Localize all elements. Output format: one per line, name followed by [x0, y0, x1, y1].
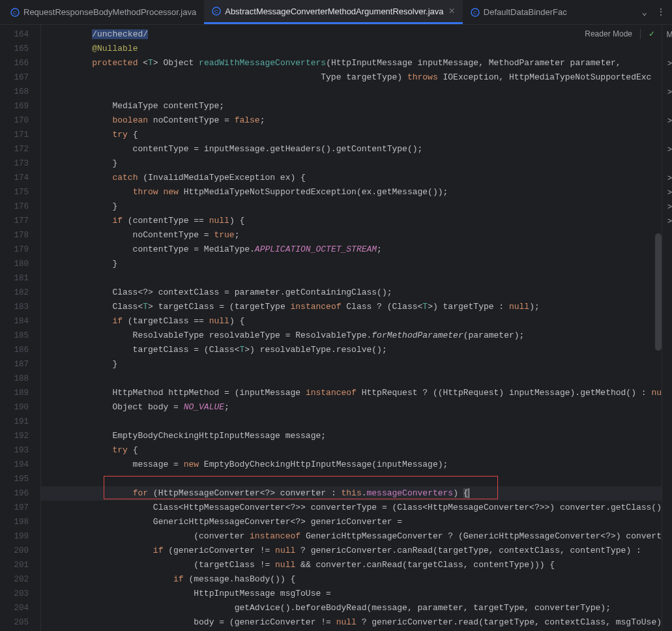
line-number: 198 [0, 515, 29, 529]
code-line[interactable]: try { [41, 128, 662, 142]
code-line[interactable]: HttpInputMessage msgToUse = [41, 587, 662, 601]
tab-file-1[interactable]: C RequestResponseBodyMethodProcessor.jav… [3, 0, 204, 24]
code-line[interactable]: EmptyBodyCheckingHttpInputMessage messag… [41, 429, 662, 443]
line-number: 178 [0, 228, 29, 242]
line-number: 166 [0, 56, 29, 70]
code-line[interactable]: HttpMethod httpMethod = (inputMessage in… [41, 386, 662, 400]
code-line[interactable]: (targetClass != null && converter.canRea… [41, 558, 662, 572]
code-line[interactable]: noContentType = true; [41, 228, 662, 242]
code-line[interactable]: Type targetType) throws IOException, Htt… [41, 70, 662, 85]
code-line[interactable]: if (contentType == null) { [41, 214, 662, 228]
code-line[interactable] [41, 372, 662, 386]
right-gutter-marker[interactable]: > [662, 171, 672, 185]
reader-mode-bar: Reader Mode ✓ [585, 29, 655, 39]
code-line[interactable] [41, 415, 662, 429]
code-line[interactable]: ResolvableType resolvableType = Resolvab… [41, 329, 662, 343]
line-number-gutter: 1641651661671681691701711721731741751761… [0, 25, 40, 631]
code-line[interactable]: } [41, 257, 662, 271]
right-gutter-marker[interactable]: > [662, 113, 672, 128]
right-gutter-marker[interactable]: > [662, 85, 672, 99]
close-icon[interactable]: × [449, 6, 455, 16]
line-number: 205 [0, 615, 29, 630]
code-line[interactable]: Class<T> targetClass = (targetType insta… [41, 300, 662, 314]
tab-label: AbstractMessageConverterMethodArgumentRe… [225, 7, 443, 16]
line-number: 170 [0, 113, 29, 128]
code-line[interactable]: (converter instanceof GenericHttpMessage… [41, 529, 662, 544]
separator [640, 29, 641, 39]
code-line[interactable]: Class<HttpMessageConverter<?>> converter… [41, 501, 662, 515]
tab-file-2[interactable]: C AbstractMessageConverterMethodArgument… [204, 0, 463, 24]
line-number: 197 [0, 501, 29, 515]
code-line[interactable]: catch (InvalidMediaTypeException ex) { [41, 171, 662, 185]
code-line[interactable]: @Nullable [41, 42, 662, 56]
line-number: 201 [0, 558, 29, 572]
right-gutter-marker[interactable]: M [662, 27, 672, 42]
line-number: 172 [0, 142, 29, 156]
line-number: 179 [0, 242, 29, 257]
svg-text:C: C [473, 10, 477, 16]
right-tool-gutter[interactable]: M>>>>>>>> [662, 25, 672, 631]
code-line[interactable]: message = new EmptyBodyCheckingHttpInput… [41, 458, 662, 472]
line-number: 165 [0, 42, 29, 56]
check-icon[interactable]: ✓ [649, 29, 655, 38]
code-line[interactable]: Object body = NO_VALUE; [41, 400, 662, 415]
line-number: 199 [0, 529, 29, 544]
line-number: 169 [0, 99, 29, 113]
right-gutter-spacer [662, 70, 672, 85]
line-number: 177 [0, 214, 29, 228]
java-class-icon: C [471, 8, 480, 17]
code-line[interactable]: protected <T> Object readWithMessageConv… [41, 56, 662, 70]
line-number: 176 [0, 199, 29, 214]
java-class-icon: C [212, 7, 221, 16]
right-gutter-marker[interactable]: > [662, 56, 672, 70]
code-line[interactable]: contentType = MediaType.APPLICATION_OCTE… [41, 242, 662, 257]
chevron-down-icon[interactable]: ⌄ [642, 7, 647, 18]
editor-main: 1641651661671681691701711721731741751761… [0, 25, 672, 631]
right-gutter-marker[interactable]: > [662, 142, 672, 156]
code-line[interactable]: try { [41, 443, 662, 458]
line-number: 196 [0, 486, 29, 501]
more-icon[interactable]: ⋮ [656, 7, 665, 18]
code-line[interactable]: body = (genericConverter != null ? gener… [41, 615, 662, 630]
code-line[interactable] [41, 85, 662, 99]
right-gutter-marker[interactable]: > [662, 199, 672, 214]
line-number: 195 [0, 472, 29, 486]
code-editor[interactable]: Reader Mode ✓ /unchecked/ @Nullable prot… [40, 25, 662, 631]
code-line[interactable]: if (targetClass == null) { [41, 314, 662, 329]
line-number: 168 [0, 85, 29, 99]
line-number: 173 [0, 156, 29, 171]
right-gutter-spacer [662, 42, 672, 56]
code-line[interactable]: boolean noContentType = false; [41, 113, 662, 128]
line-number: 204 [0, 601, 29, 615]
code-line[interactable] [41, 271, 662, 286]
code-line[interactable]: contentType = inputMessage.getHeaders().… [41, 142, 662, 156]
code-line[interactable]: throw new HttpMediaTypeNotSupportedExcep… [41, 185, 662, 199]
line-number: 184 [0, 314, 29, 329]
code-line[interactable]: getAdvice().beforeBodyRead(message, para… [41, 601, 662, 615]
line-number: 187 [0, 357, 29, 372]
code-line[interactable]: GenericHttpMessageConverter<?> genericCo… [41, 515, 662, 529]
line-number: 167 [0, 70, 29, 85]
code-line[interactable]: if (message.hasBody()) { [41, 572, 662, 587]
line-number: 180 [0, 257, 29, 271]
code-line[interactable]: targetClass = (Class<T>) resolvableType.… [41, 343, 662, 357]
code-line[interactable]: } [41, 156, 662, 171]
line-number: 181 [0, 271, 29, 286]
code-line[interactable]: for (HttpMessageConverter<?> converter :… [41, 486, 662, 501]
scrollbar-thumb[interactable] [655, 233, 662, 351]
line-number: 171 [0, 128, 29, 142]
code-line[interactable]: } [41, 199, 662, 214]
code-line[interactable]: /unchecked/ [41, 27, 662, 42]
code-line[interactable] [41, 472, 662, 486]
code-line[interactable]: MediaType contentType; [41, 99, 662, 113]
line-number: 188 [0, 372, 29, 386]
right-gutter-marker[interactable]: > [662, 185, 672, 199]
line-number: 200 [0, 544, 29, 558]
code-line[interactable]: Class<?> contextClass = parameter.getCon… [41, 286, 662, 300]
code-line[interactable]: } [41, 357, 662, 372]
reader-mode-label[interactable]: Reader Mode [585, 29, 632, 38]
tab-file-3[interactable]: C DefaultDataBinderFac [463, 0, 575, 24]
code-line[interactable]: if (genericConverter != null ? genericCo… [41, 544, 662, 558]
right-gutter-marker[interactable]: > [662, 214, 672, 228]
tabs-actions: ⌄ ⋮ [642, 7, 672, 18]
